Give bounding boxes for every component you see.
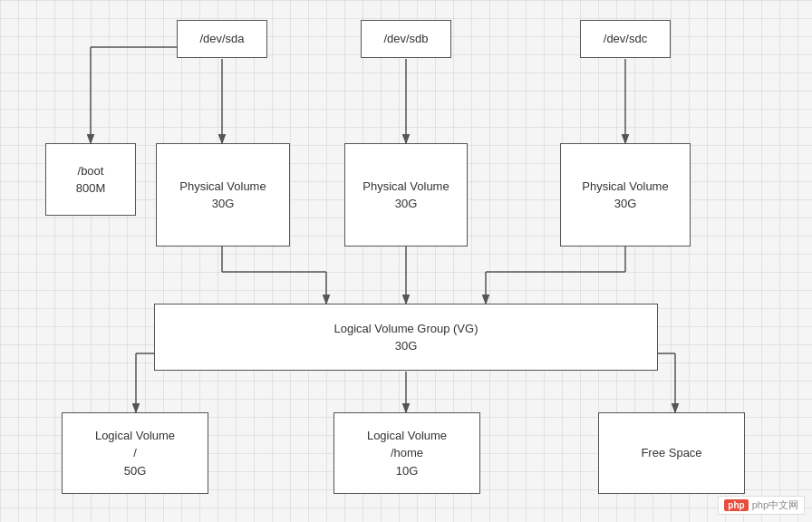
sdb-label: /dev/sdb [383, 30, 428, 48]
sdb-box: /dev/sdb [361, 20, 451, 58]
lv1-box: Logical Volume / 50G [62, 412, 208, 494]
lv2-label: Logical Volume [367, 427, 447, 445]
watermark: php php中文网 [718, 496, 805, 515]
lv1-mount: / [133, 444, 137, 462]
pv3-box: Physical Volume 30G [560, 143, 691, 246]
pv1-box: Physical Volume 30G [156, 143, 290, 246]
pv3-label: Physical Volume [582, 178, 668, 196]
free-space-label: Free Space [641, 444, 701, 462]
pv2-box: Physical Volume 30G [344, 143, 468, 246]
lv1-label: Logical Volume [95, 427, 175, 445]
lv2-size: 10G [396, 462, 419, 480]
free-space-box: Free Space [598, 412, 745, 494]
pv3-size: 30G [614, 195, 637, 213]
boot-size: 800M [76, 179, 106, 198]
boot-box: /boot 800M [45, 143, 136, 216]
sdc-label: /dev/sdc [604, 30, 647, 48]
watermark-text: php中文网 [752, 498, 798, 512]
sda-box: /dev/sda [177, 20, 267, 58]
pv2-size: 30G [395, 195, 418, 213]
diagram: /dev/sda /dev/sdb /dev/sdc /boot 800M Ph… [0, 0, 812, 522]
php-badge: php [724, 499, 748, 511]
vg-box: Logical Volume Group (VG) 30G [154, 304, 658, 371]
pv1-size: 30G [212, 195, 235, 213]
sdc-box: /dev/sdc [580, 20, 671, 58]
sda-label: /dev/sda [199, 30, 244, 48]
vg-label: Logical Volume Group (VG) [334, 320, 478, 338]
boot-label: /boot [78, 162, 104, 180]
pv1-label: Physical Volume [179, 178, 266, 196]
lv2-box: Logical Volume /home 10G [334, 412, 480, 494]
lv2-mount: /home [391, 444, 423, 462]
pv2-label: Physical Volume [362, 178, 449, 196]
vg-size: 30G [395, 337, 418, 355]
lv1-size: 50G [124, 462, 147, 480]
